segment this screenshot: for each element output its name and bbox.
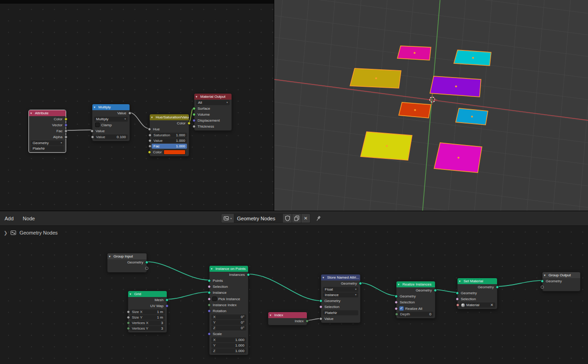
socket-color-out[interactable] (187, 122, 191, 125)
node-attribute[interactable]: ▾Attribute Color Vector Fac Alpha Geomet… (28, 110, 66, 153)
chevron-right-icon[interactable]: ❯ (4, 230, 7, 235)
geometry-editor-canvas[interactable]: ❯ Geometry Nodes (0, 226, 588, 364)
socket-points-in[interactable] (208, 279, 211, 282)
domain-dropdown[interactable]: Instance (323, 292, 358, 297)
collapse-icon[interactable]: ▾ (109, 253, 111, 259)
virtual-socket[interactable] (145, 267, 148, 270)
collapse-icon[interactable]: ▾ (322, 274, 324, 280)
socket-depth-in[interactable] (395, 313, 398, 316)
collapse-icon[interactable]: ▾ (398, 281, 400, 287)
node-set-material[interactable]: ▾Set Material Geometry Geometry Selectio… (457, 278, 498, 309)
socket-color-in[interactable] (148, 151, 151, 154)
socket-fac-out[interactable] (64, 129, 68, 133)
value-slider[interactable]: Value1.000 (152, 138, 187, 143)
socket-volume-in[interactable] (192, 113, 196, 116)
socket-geometry-out[interactable] (145, 261, 148, 264)
collapse-icon[interactable]: ▾ (151, 114, 153, 120)
attribute-name-field[interactable]: PlateNr (31, 146, 64, 151)
node-header[interactable]: ▾Set Material (458, 278, 497, 284)
math-operation-dropdown[interactable]: Multiply (94, 117, 128, 122)
node-header[interactable]: ▾Multiply (92, 104, 130, 110)
color-swatch[interactable] (164, 150, 186, 155)
math-value-field[interactable]: Value0.100 (94, 134, 128, 140)
socket-selection-in[interactable] (456, 297, 459, 301)
collapse-icon[interactable]: ▾ (270, 312, 271, 318)
node-material-output[interactable]: ▾Material Output All Surface Volume Disp… (194, 93, 232, 131)
socket-geometry-in[interactable] (395, 295, 398, 298)
socket-rotation-in[interactable] (208, 309, 211, 313)
socket-uvmap-out[interactable] (165, 304, 169, 308)
node-realize-instances[interactable]: ▾Realize Instances Geometry Geometry Sel… (396, 281, 435, 319)
material-field[interactable]: Material ✕ (459, 302, 495, 308)
node-header[interactable]: ▾Hue/Saturation/Value (150, 114, 189, 120)
socket-geometry-out[interactable] (496, 286, 499, 289)
socket-sizey-in[interactable] (127, 316, 130, 319)
unlink-button[interactable]: ✕ (301, 213, 311, 223)
node-header[interactable]: ▾Group Output (543, 272, 580, 278)
pick-instance-checkbox[interactable] (212, 297, 217, 301)
socket-geometry-out[interactable] (434, 289, 437, 292)
collapse-icon[interactable]: ▾ (544, 272, 546, 278)
virtual-socket[interactable] (541, 286, 544, 289)
clamp-checkbox[interactable] (95, 123, 100, 127)
pin-button[interactable] (315, 213, 322, 223)
socket-geometry-in[interactable] (319, 299, 322, 302)
fac-slider[interactable]: Fac1.000 (152, 144, 187, 149)
sizey-field[interactable]: Size Y1 m (130, 315, 165, 320)
node-header[interactable]: ▾Instance on Points (209, 266, 248, 272)
socket-selection-in[interactable] (319, 305, 322, 308)
socket-value-out[interactable] (128, 112, 131, 115)
socket-saturation-in[interactable] (148, 134, 152, 137)
socket-geometry-in[interactable] (456, 291, 459, 295)
depth-field[interactable]: Depth0 (398, 312, 433, 317)
collapse-icon[interactable]: ▾ (459, 278, 461, 284)
unlink-material-icon[interactable]: ✕ (489, 302, 493, 308)
attribute-name-field[interactable]: PlateNr (323, 310, 358, 315)
viewport-3d[interactable] (274, 0, 588, 211)
sizex-field[interactable]: Size X1 m (130, 309, 165, 314)
attribute-type-dropdown[interactable]: Geometry (31, 140, 64, 146)
socket-sizex-in[interactable] (127, 310, 130, 314)
scale-y-field[interactable]: Y1.000 (211, 343, 246, 348)
socket-value-in[interactable] (319, 317, 322, 320)
shader-editor[interactable] (0, 0, 274, 211)
rotation-z-field[interactable]: Z0° (211, 325, 246, 330)
node-group-output[interactable]: ▾Group Output Geometry (542, 272, 581, 291)
collapse-icon[interactable]: ▾ (130, 291, 131, 297)
node-header[interactable]: ▾Realize Instances (396, 281, 435, 287)
new-copy-button[interactable] (292, 213, 301, 223)
node-header[interactable]: ▾Store Named Attri... (321, 274, 360, 280)
socket-geometry-out[interactable] (359, 282, 362, 285)
socket-thickness-in[interactable] (192, 125, 196, 128)
scale-x-field[interactable]: X1.000 (211, 337, 246, 342)
socket-hue-in[interactable] (148, 128, 151, 131)
socket-index-out[interactable] (305, 319, 309, 323)
socket-surface-in[interactable] (192, 107, 196, 110)
node-header[interactable]: ▾Group Input (107, 253, 147, 259)
socket-instances-out[interactable] (247, 273, 250, 276)
fake-user-button[interactable] (283, 213, 292, 223)
node-header[interactable]: ▾Attribute (29, 110, 66, 116)
socket-selection-in[interactable] (208, 285, 211, 288)
socket-instance-in[interactable] (208, 291, 211, 294)
collapse-icon[interactable]: ▾ (30, 110, 32, 116)
verticesx-field[interactable]: Vertices X3 (130, 320, 165, 325)
socket-pick-instance-in[interactable] (208, 297, 211, 301)
node-header[interactable]: ▾Index (268, 312, 307, 318)
node-index[interactable]: ▾Index Index (268, 312, 307, 325)
verticesy-field[interactable]: Vertices Y3 (130, 326, 165, 331)
socket-realize-all-in[interactable] (395, 307, 398, 310)
socket-displacement-in[interactable] (192, 119, 196, 122)
socket-value2-in[interactable] (91, 135, 94, 139)
collapse-icon[interactable]: ▾ (196, 94, 198, 100)
node-grid[interactable]: ▾Grid Mesh UV Map Size X1 m Size Y1 m Ve… (128, 291, 167, 333)
socket-value-in[interactable] (90, 129, 94, 133)
node-header[interactable]: ▾Grid (128, 291, 167, 297)
nodetree-name-field[interactable]: Geometry Nodes (234, 213, 283, 223)
socket-mesh-out[interactable] (165, 298, 169, 302)
node-header[interactable]: ▾Material Output (194, 94, 232, 100)
collapse-icon[interactable]: ▾ (94, 104, 96, 110)
node-store-named-attribute[interactable]: ▾Store Named Attri... Geometry Float Ins… (321, 274, 361, 323)
node-group-input[interactable]: ▾Group Input Geometry (107, 253, 147, 273)
socket-material-in[interactable] (456, 303, 459, 307)
